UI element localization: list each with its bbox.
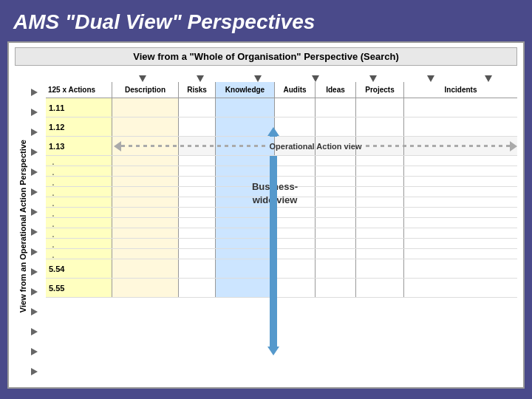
dot-ideas-6 [316,208,356,217]
arrow-right-8 [31,228,38,236]
cell-action-1-13: 1.13 [46,137,112,155]
table-row: 5.54 [46,259,517,279]
page-wrapper: AMS "Dual View" Perspectives View from a… [0,0,532,399]
dot-projects-4 [356,187,404,197]
cell-action-1-12: 1.12 [46,117,112,136]
dot-risks-2 [179,166,216,176]
dot-incidents-7 [404,218,517,228]
dot-ideas-10 [316,249,356,259]
dot-desc-4 [112,187,179,197]
dot-incidents-3 [404,177,517,186]
cell-audits-1-12 [275,117,316,136]
dot-ideas-3 [316,177,356,186]
dot-audits-2 [275,166,316,176]
action-label-5-54: 5.54 [49,265,64,273]
table-row: 1.12 [46,117,517,137]
table-row: . [46,228,517,239]
cell-ideas-1-11 [316,98,356,117]
arrow-right-5 [31,168,38,176]
cell-projects-1-11 [356,98,404,117]
cell-desc-1-12 [112,117,179,136]
dot-ideas-8 [316,228,356,238]
col-arrow-audits [312,75,319,82]
arrow-right-15 [31,368,38,375]
dot-risks-1 [179,156,216,166]
dot-incidents-9 [404,239,517,248]
table-row: . [46,197,517,208]
dot-ideas-1 [316,156,356,166]
dot-knowledge-1 [216,156,275,166]
dot-incidents-1 [404,156,517,166]
dot-action-7: . [46,218,112,228]
dot-audits-8 [275,228,316,238]
arrow-right-6 [31,188,38,196]
dot-risks-3 [179,177,216,186]
dot-incidents-5 [404,197,517,207]
dot-audits-9 [275,239,316,248]
col-arrow-ideas [369,75,377,82]
dot-audits-4 [275,187,316,197]
cell-desc-5-55 [112,279,179,297]
arrow-left-head [114,141,121,151]
dot-desc-2 [112,166,179,176]
table-row: . [46,177,517,187]
search-header: View from a "Whole of Organisation" Pers… [15,47,517,66]
table-row: 1.13 Operational Action view [46,137,517,156]
col-arrow-knowledge [254,75,262,82]
dot-audits-6 [275,208,316,217]
table-row: . [46,249,517,259]
top-arrows-row [46,69,517,82]
action-label-5-55: 5.55 [49,284,64,293]
dashed-line [121,145,265,147]
cell-risks-5-54 [179,259,216,278]
dot-projects-5 [356,197,404,207]
dot-projects-10 [356,249,404,259]
inner-box: View from a "Whole of Organisation" Pers… [7,41,525,389]
cell-incidents-5-55 [404,279,517,297]
dot-incidents-6 [404,208,517,217]
table-row: . [46,166,517,177]
dot-desc-8 [112,228,179,238]
dot-incidents-4 [404,187,517,197]
cell-projects-5-54 [356,259,404,278]
arrow-right-12 [31,308,38,316]
arrow-right-1 [31,89,38,96]
arrow-right-4 [31,149,38,156]
dot-action-10: . [46,249,112,259]
dot-desc-7 [112,218,179,228]
dot-projects-7 [356,218,404,228]
dot-ideas-2 [316,166,356,176]
table-row: . Business- wide view [46,187,517,197]
arrow-right-9 [31,248,38,256]
dot-audits-7 [275,218,316,228]
table-row: 5.55 [46,279,517,298]
dashed-line-2 [366,145,510,147]
dot-projects-1 [356,156,404,166]
dot-action-8: . [46,228,112,238]
cell-risks-5-55 [179,279,216,297]
col-header-knowledge: Knowledge [216,82,275,98]
arrow-tip-down [267,347,279,355]
col-header-audits: Audits [275,82,316,98]
dot-ideas-9 [316,239,356,248]
vertical-label: View from an Operational Action Perspect… [18,140,27,313]
cell-audits-1-11 [275,98,316,117]
col-arrow-projects [427,75,434,82]
dot-risks-7 [179,218,216,228]
dot-knowledge-2 [216,166,275,176]
arrow-right-10 [31,268,38,276]
col-header-projects: Projects [356,82,404,98]
arrow-right-head [510,141,517,151]
dot-action-3: . [46,177,112,186]
col-header-risks: Risks [179,82,216,98]
cell-incidents-5-54 [404,259,517,278]
dot-knowledge-3 [216,177,275,186]
cell-action-5-55: 5.55 [46,279,112,297]
dot-ideas-7 [316,218,356,228]
cell-knowledge-5-55 [216,279,275,297]
cell-knowledge-5-54 [216,259,275,278]
dot-desc-5 [112,197,179,207]
table-row: . [46,218,517,228]
grid-area: 125 x Actions Description Risks Knowledg… [46,69,517,384]
dot-action-1: . [46,156,112,166]
